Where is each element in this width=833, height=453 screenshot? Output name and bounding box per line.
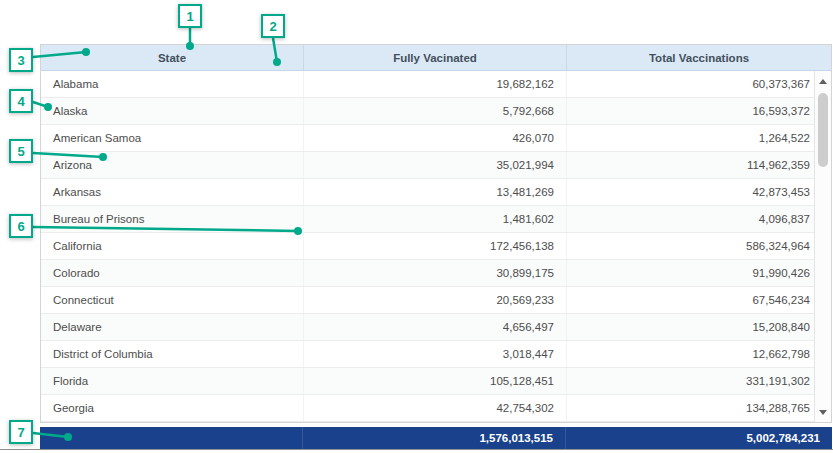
fully-vaccinated-cell: 426,070 [303,125,566,151]
screenshot-root: State Fully Vacinated Total Vaccinations… [0,0,833,453]
total-vaccinations-cell: 60,373,367 [566,71,831,97]
state-cell: District of Columbia [41,341,303,367]
callout-1: 1 [178,4,202,28]
state-cell: Alaska [41,98,303,124]
scroll-down-button[interactable] [815,404,831,420]
callout-4: 4 [9,89,33,113]
fully-vaccinated-cell: 42,754,302 [303,395,566,421]
page-bottom-divider [0,449,833,450]
state-cell: Colorado [41,260,303,286]
fully-vaccinated-cell: 19,682,162 [303,71,566,97]
total-vaccinations-cell: 12,662,798 [566,341,831,367]
total-vaccinations-cell: 16,593,372 [566,98,831,124]
total-vaccinations-cell: 134,288,765 [566,395,831,421]
summary-state-cell [40,427,302,449]
state-cell: Arkansas [41,179,303,205]
table-row[interactable]: California172,456,138586,324,964 [41,233,831,260]
callout-2: 2 [261,14,285,38]
fully-vaccinated-cell: 3,018,447 [303,341,566,367]
callout-5: 5 [9,139,33,163]
fully-vaccinated-cell: 1,481,602 [303,206,566,232]
total-vaccinations-cell: 1,264,522 [566,125,831,151]
state-cell: Florida [41,368,303,394]
total-vaccinations-cell: 67,546,234 [566,287,831,313]
state-cell: Connecticut [41,287,303,313]
state-cell: Arizona [41,152,303,178]
table-row[interactable]: District of Columbia3,018,44712,662,798 [41,341,831,368]
state-cell: Alabama [41,71,303,97]
callout-3: 3 [9,48,33,72]
fully-vaccinated-cell: 105,128,451 [303,368,566,394]
fully-vaccinated-cell: 35,021,994 [303,152,566,178]
fully-vaccinated-cell: 5,792,668 [303,98,566,124]
header-total-vaccinations[interactable]: Total Vaccinations [566,45,831,70]
table-row[interactable]: American Samoa426,0701,264,522 [41,125,831,152]
fully-vaccinated-cell: 20,569,233 [303,287,566,313]
state-cell: Bureau of Prisons [41,206,303,232]
table-row[interactable]: Florida105,128,451331,191,302 [41,368,831,395]
summary-total-vaccinations: 5,002,784,231 [565,427,832,449]
summary-row: 1,576,013,515 5,002,784,231 [40,427,832,449]
total-vaccinations-cell: 4,096,837 [566,206,831,232]
header-state[interactable]: State [41,45,303,70]
total-vaccinations-cell: 91,990,426 [566,260,831,286]
scrollbar-thumb[interactable] [818,93,828,167]
scroll-up-button[interactable] [815,73,831,89]
fully-vaccinated-cell: 30,899,175 [303,260,566,286]
header-fully-vaccinated[interactable]: Fully Vacinated [303,45,566,70]
table-row[interactable]: Alaska5,792,66816,593,372 [41,98,831,125]
total-vaccinations-cell: 331,191,302 [566,368,831,394]
summary-fully-vaccinated: 1,576,013,515 [302,427,565,449]
state-cell: California [41,233,303,259]
table-body: Alabama19,682,16260,373,367Alaska5,792,6… [41,71,831,422]
vaccination-table-widget: State Fully Vacinated Total Vaccinations… [40,44,832,449]
state-cell: American Samoa [41,125,303,151]
state-cell: Georgia [41,395,303,421]
table-row[interactable]: Georgia42,754,302134,288,765 [41,395,831,422]
table-row[interactable]: Connecticut20,569,23367,546,234 [41,287,831,314]
chevron-up-icon [819,79,827,84]
fully-vaccinated-cell: 172,456,138 [303,233,566,259]
table-row[interactable]: Arkansas13,481,26942,873,453 [41,179,831,206]
table-header-row: State Fully Vacinated Total Vaccinations [41,45,831,71]
table-row[interactable]: Bureau of Prisons1,481,6024,096,837 [41,206,831,233]
vertical-scrollbar[interactable] [814,71,831,422]
callout-7: 7 [9,420,33,444]
table-scroll-container: State Fully Vacinated Total Vaccinations… [40,44,832,423]
table-row[interactable]: Alabama19,682,16260,373,367 [41,71,831,98]
total-vaccinations-cell: 114,962,359 [566,152,831,178]
state-cell: Delaware [41,314,303,340]
total-vaccinations-cell: 15,208,840 [566,314,831,340]
callout-6: 6 [9,214,33,238]
total-vaccinations-cell: 586,324,964 [566,233,831,259]
table-row[interactable]: Colorado30,899,17591,990,426 [41,260,831,287]
table-row[interactable]: Arizona35,021,994114,962,359 [41,152,831,179]
chevron-down-icon [819,410,827,415]
table-row[interactable]: Delaware4,656,49715,208,840 [41,314,831,341]
fully-vaccinated-cell: 13,481,269 [303,179,566,205]
total-vaccinations-cell: 42,873,453 [566,179,831,205]
fully-vaccinated-cell: 4,656,497 [303,314,566,340]
